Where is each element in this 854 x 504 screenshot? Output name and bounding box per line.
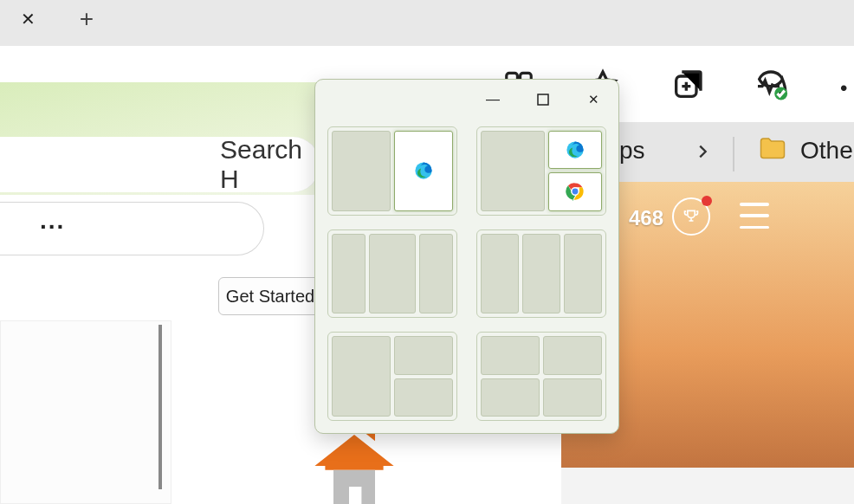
maximize-button[interactable] [518,80,568,120]
edge-icon [414,161,433,180]
snap-layout-3col [327,229,457,319]
svg-rect-8 [538,94,548,105]
preview-scrollbar[interactable] [159,325,162,489]
bookmark-fragment[interactable]: ps [619,137,645,165]
chevron-right-icon[interactable] [693,139,712,171]
snap-layout-3colnarrow [476,229,606,319]
snap-zone[interactable] [481,131,545,211]
snap-zone-preview[interactable] [548,172,602,210]
minimize-button[interactable]: — [468,80,518,120]
snap-zone[interactable] [522,234,560,314]
snap-zone[interactable] [394,378,453,417]
svg-marker-4 [314,435,393,470]
hamburger-line [740,203,769,206]
snap-layout-5050 [327,126,457,216]
close-icon: ✕ [588,92,599,107]
edge-icon [566,140,585,159]
bookmarks-divider [733,137,734,171]
snap-zone[interactable] [481,234,519,314]
new-tab-button[interactable]: + [69,2,104,36]
tab-strip [0,0,854,46]
minimize-icon: — [486,92,500,107]
snap-zone[interactable] [543,378,602,417]
snap-layouts-popup: — ✕ [314,79,619,434]
search-input[interactable]: Search H [0,137,320,192]
snap-zone[interactable] [481,378,540,417]
snap-layout-quad [476,332,606,421]
get-started-label: Get Started [226,287,314,307]
hamburger-line [740,226,769,229]
get-started-button[interactable]: Get Started [218,277,322,315]
svg-rect-7 [349,487,361,504]
menu-button[interactable] [740,203,769,229]
overflow-menu[interactable]: • [840,76,847,100]
window-controls: — ✕ [315,80,618,120]
hamburger-line [740,214,769,217]
rewards-points[interactable]: 468 [619,201,673,236]
achievements-button[interactable] [672,197,710,236]
snap-layout-big-2small [476,126,606,216]
close-window-button[interactable]: ✕ [568,80,618,120]
search-placeholder: Search H [220,135,320,194]
snap-layouts-grid [327,126,606,421]
other-bookmarks-label[interactable]: Othe [800,137,853,165]
chrome-icon [566,182,585,201]
snap-zone-preview[interactable] [548,131,602,169]
collections-icon[interactable] [670,68,705,106]
close-tab-button[interactable]: ✕ [16,7,40,31]
folder-icon[interactable] [757,133,788,165]
snap-zone[interactable] [332,336,391,417]
snap-zone[interactable] [419,234,453,314]
snap-zone[interactable] [543,336,602,374]
performance-icon[interactable] [754,68,788,106]
snap-zone[interactable] [564,234,602,314]
snap-zone[interactable] [332,131,391,211]
page-preview [0,320,171,504]
snap-zone[interactable] [394,336,453,374]
snap-zone[interactable] [369,234,416,314]
snap-layout-bigleft-stack [327,332,457,421]
snap-zone[interactable] [332,234,366,314]
more-button[interactable]: ··· [40,213,65,241]
snap-zone[interactable] [481,336,540,374]
snap-zone-active[interactable] [394,131,453,211]
trophy-icon [683,208,700,225]
maximize-icon [537,94,549,106]
